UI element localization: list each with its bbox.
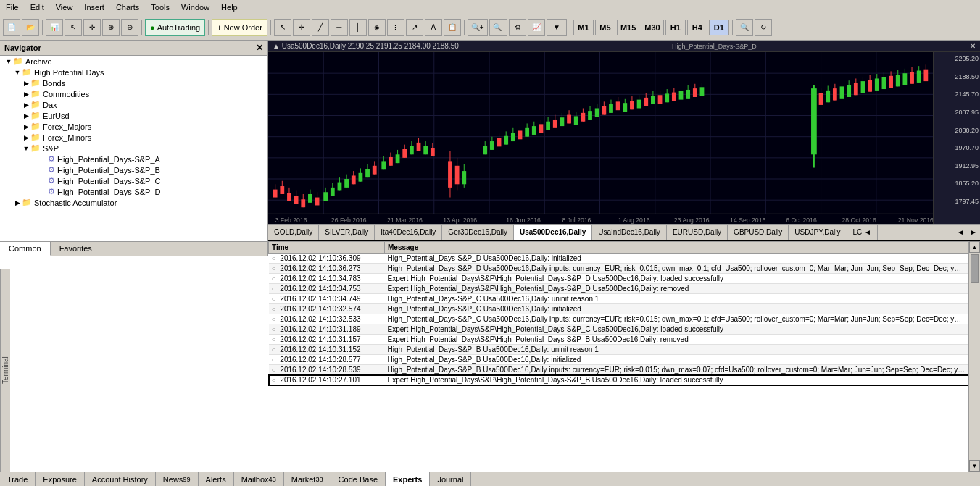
tf-m5[interactable]: M5	[595, 20, 615, 35]
tf-d1[interactable]: D1	[709, 20, 729, 35]
tree-item-forex-majors[interactable]: ▶ 📁 Forex_Majors	[0, 121, 267, 132]
chart-tab-usaind[interactable]: UsaIndDec16,Daily	[592, 225, 667, 240]
chart-tab-lc[interactable]: LC ◄	[847, 225, 878, 240]
tree-item-archive[interactable]: ▼ 📁 Archive	[0, 56, 267, 67]
chart-tab-ger30[interactable]: Ger30Dec16,Daily	[442, 225, 514, 240]
price-7: 1855.20	[935, 180, 979, 187]
menu-view[interactable]: View	[50, 1, 79, 13]
menu-tools[interactable]: Tools	[145, 1, 175, 13]
open-btn[interactable]: 📂	[22, 19, 39, 36]
tree-item-sp-a[interactable]: ⚙ High_Potential_Days-S&P_A	[0, 154, 267, 164]
scrollbar-up-arrow[interactable]: ▲	[969, 241, 980, 253]
menu-edit[interactable]: Edit	[25, 1, 50, 13]
expand-forex-minors[interactable]: ▶	[22, 134, 30, 141]
log-time-6: ○ 2016.12.02 14:10:32.533	[269, 314, 385, 324]
terminal-scrollbar[interactable]: ▲ ▼	[968, 241, 980, 472]
chart-tab-eurusd[interactable]: EURUSD,Daily	[667, 225, 728, 240]
bottom-tab-alerts[interactable]: Alerts	[199, 472, 234, 487]
arrow-btn[interactable]: ↖	[65, 19, 82, 36]
chart-canvas[interactable]: 3 Feb 2016 26 Feb 2016 21 Mar 2016 13 Ap…	[268, 52, 933, 224]
expand-stochastic[interactable]: ▶	[13, 199, 22, 206]
expand-bonds[interactable]: ▶	[22, 80, 30, 87]
chart-tab-gold[interactable]: GOLD,Daily	[268, 225, 319, 240]
chart-nav-next[interactable]: ►	[967, 228, 980, 236]
refresh-btn[interactable]: ↻	[755, 19, 772, 36]
tree-item-forex-minors[interactable]: ▶ 📁 Forex_Minors	[0, 132, 267, 143]
search-btn[interactable]: 🔍	[736, 19, 753, 36]
bottom-tab-mailbox[interactable]: Mailbox 43	[234, 472, 284, 487]
line-btn[interactable]: ╱	[312, 19, 329, 36]
tf-h1[interactable]: H1	[665, 20, 686, 35]
bottom-tab-journal[interactable]: Journal	[430, 472, 471, 487]
nav-tab-favorites[interactable]: Favorites	[51, 242, 101, 256]
crosshair-btn[interactable]: ✛	[83, 19, 101, 36]
scrollbar-thumb[interactable]	[971, 254, 979, 283]
menu-help[interactable]: Help	[215, 1, 244, 13]
expand-commodities[interactable]: ▶	[22, 91, 30, 98]
zoomout2-btn[interactable]: 🔍-	[489, 19, 507, 36]
tf-h4[interactable]: H4	[687, 20, 707, 35]
tf-m30[interactable]: M30	[641, 20, 663, 35]
zoom-in-btn[interactable]: ⊕	[102, 19, 120, 36]
menu-insert[interactable]: Insert	[78, 1, 110, 13]
vline-btn[interactable]: │	[349, 19, 367, 36]
dropdown-btn[interactable]: ▼	[547, 19, 567, 36]
tree-item-commodities[interactable]: ▶ 📁 Commodities	[0, 88, 267, 99]
crosshair2-btn[interactable]: ✛	[293, 19, 310, 36]
expand-eurusd[interactable]: ▶	[22, 112, 30, 120]
expand-sp[interactable]: ▼	[22, 145, 30, 152]
bottom-tab-experts[interactable]: Experts	[386, 472, 430, 487]
navigator-close[interactable]: ✕	[256, 43, 263, 53]
terminal-scroll-area[interactable]: Time Message ○ 2016.12.02 14:10:36.309Hi…	[268, 241, 968, 472]
template-btn[interactable]: 📋	[444, 19, 461, 36]
tree-item-stochastic[interactable]: ▶ 📁 Stochastic Accumulator	[0, 197, 267, 208]
scrollbar-down-arrow[interactable]: ▼	[969, 460, 980, 472]
chart-tab-gbpusd[interactable]: GBPUSD,Daily	[728, 225, 789, 240]
expand-dax[interactable]: ▶	[22, 101, 30, 109]
tree-item-sp[interactable]: ▼ 📁 S&P	[0, 143, 267, 154]
tree-item-eurusd[interactable]: ▶ 📁 EurUsd	[0, 110, 267, 121]
menu-file[interactable]: File	[0, 1, 25, 13]
tree-item-sp-c[interactable]: ⚙ High_Potential_Days-S&P_C	[0, 175, 267, 186]
tree-item-high-potential[interactable]: ▼ 📁 High Potential Days	[0, 67, 267, 77]
tf-m1[interactable]: M1	[573, 20, 594, 35]
bottom-tab-trade[interactable]: Trade	[0, 472, 36, 487]
cursor-btn[interactable]: ↖	[274, 19, 291, 36]
new-btn[interactable]: 📄	[3, 19, 20, 36]
autotrading-btn[interactable]: ● AutoTrading	[145, 19, 205, 36]
nav-tab-common[interactable]: Common	[0, 242, 51, 256]
chart-tab-silver[interactable]: SILVER,Daily	[319, 225, 375, 240]
tree-item-sp-b[interactable]: ⚙ High_Potential_Days-S&P_B	[0, 164, 267, 175]
hline-btn[interactable]: ─	[331, 19, 348, 36]
menu-window[interactable]: Window	[175, 1, 215, 13]
bottom-tab-market[interactable]: Market 38	[284, 472, 331, 487]
bottom-tab-codebase[interactable]: Code Base	[331, 472, 386, 487]
expand-archive[interactable]: ▼	[4, 58, 13, 65]
chart-close-btn[interactable]: ✕	[970, 42, 976, 50]
tree-item-dax[interactable]: ▶ 📁 Dax	[0, 99, 267, 110]
bottom-tab-exposure[interactable]: Exposure	[36, 472, 84, 487]
charts-btn[interactable]: 📊	[46, 19, 63, 36]
period-btn[interactable]: ◈	[368, 19, 386, 36]
chart-nav-prev[interactable]: ◄	[954, 228, 967, 236]
chart-tab-usdjpy[interactable]: USDJPY,Daily	[789, 225, 847, 240]
fib-btn[interactable]: ⫶	[387, 19, 404, 36]
zoomin2-btn[interactable]: 🔍+	[468, 19, 488, 36]
chart-tab-usa500[interactable]: Usa500Dec16,Daily	[514, 225, 592, 240]
text-btn[interactable]: A	[425, 19, 442, 36]
expand-forex-majors[interactable]: ▶	[22, 123, 30, 130]
expand-high-potential[interactable]: ▼	[13, 69, 22, 76]
chart-tab-ita40[interactable]: Ita40Dec16,Daily	[375, 225, 442, 240]
indicator-btn[interactable]: 📈	[528, 19, 545, 36]
zoom-out-btn[interactable]: ⊖	[121, 19, 138, 36]
tree-item-sp-d[interactable]: ⚙ High_Potential_Days-S&P_D	[0, 186, 267, 197]
tf-m15[interactable]: M15	[617, 20, 639, 35]
menu-charts[interactable]: Charts	[110, 1, 145, 13]
neworder-btn[interactable]: + New Order	[212, 19, 267, 36]
bottom-tab-account-history[interactable]: Account History	[85, 472, 156, 487]
chart-with-axis: 3 Feb 2016 26 Feb 2016 21 Mar 2016 13 Ap…	[268, 52, 980, 224]
properties-btn[interactable]: ⚙	[509, 19, 526, 36]
arrow2-btn[interactable]: ↗	[406, 19, 423, 36]
tree-item-bonds[interactable]: ▶ 📁 Bonds	[0, 77, 267, 88]
bottom-tab-news[interactable]: News 99	[156, 472, 199, 487]
